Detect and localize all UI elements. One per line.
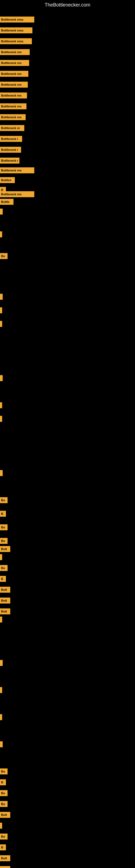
- bar-row: [0, 823, 2, 829]
- bar-label: Bottleneck res: [0, 49, 30, 55]
- bar-label: [0, 402, 2, 408]
- bar-row: [0, 209, 3, 215]
- bar-row: Bottleneck r: [0, 158, 19, 163]
- bar-label: [0, 823, 2, 829]
- bar-label: Bottleneck res: [0, 103, 27, 109]
- bar-label: Bottleneck res: [0, 60, 29, 66]
- bar-label: B: [0, 844, 6, 850]
- bar-label: [0, 687, 2, 693]
- bar-label: [0, 617, 2, 622]
- bar-row: Bottleneck res: [0, 93, 27, 98]
- bar-row: Bott: [0, 597, 10, 603]
- bar-label: [0, 470, 3, 476]
- bar-row: Bo: [0, 769, 8, 774]
- bar-row: [0, 416, 2, 422]
- bar-label: Bott: [0, 546, 10, 552]
- bar-label: Bottleneck resu: [0, 27, 32, 33]
- bar-label: Bottleneck res: [0, 114, 26, 120]
- bar-row: [0, 307, 2, 313]
- bar-label: Bo: [0, 769, 8, 774]
- bar-row: Bottleneck r: [0, 147, 21, 153]
- bar-label: [0, 321, 2, 327]
- bar-row: [0, 687, 2, 693]
- bar-label: Bottleneck r: [0, 136, 22, 142]
- bar-row: Bott: [0, 546, 10, 552]
- bar-label: [0, 375, 3, 381]
- bar-row: [0, 375, 3, 381]
- bar-row: Bo: [0, 497, 8, 503]
- bar-row: Bottleneck res: [0, 71, 28, 77]
- bar-label: Bottleneck res: [0, 71, 28, 77]
- bar-label: Bottlen: [0, 177, 15, 183]
- bar-row: Bottleneck res: [0, 167, 34, 173]
- bar-label: [0, 307, 2, 313]
- bar-row: Bo: [0, 538, 8, 544]
- bar-label: [0, 741, 3, 747]
- bar-row: [0, 714, 2, 720]
- bar-label: [0, 714, 2, 720]
- bar-row: [0, 231, 2, 237]
- bar-label: Bo: [0, 497, 8, 503]
- bar-label: Bottleneck re: [0, 125, 24, 131]
- bar-label: Bottleneck res: [0, 82, 28, 88]
- bar-row: Bottleneck resu: [0, 27, 32, 33]
- bar-label: Bott: [0, 587, 10, 593]
- bar-row: [0, 294, 3, 300]
- bar-row: Bo: [0, 801, 8, 807]
- bar-row: Bottleneck res: [0, 60, 29, 66]
- bar-row: [0, 402, 2, 408]
- bar-row: Bott: [0, 866, 10, 868]
- bar-row: Bo: [0, 834, 8, 839]
- bar-label: Bottleneck r: [0, 158, 19, 163]
- bar-row: Bottleneck res: [0, 82, 28, 88]
- bar-label: B: [0, 779, 6, 785]
- bar-label: Bo: [0, 790, 8, 796]
- bar-label: Bottleneck r: [0, 147, 21, 153]
- bar-label: Bott: [0, 855, 10, 861]
- bar-row: B: [0, 844, 6, 850]
- bar-label: Bott: [0, 597, 10, 603]
- bar-label: B: [0, 511, 6, 517]
- bar-label: Bo: [0, 253, 8, 259]
- bar-row: [0, 660, 3, 666]
- bar-label: Bottleneck res: [0, 93, 27, 98]
- bar-label: Bott: [0, 812, 10, 818]
- bar-label: Bott: [0, 866, 10, 868]
- bar-label: Bo: [0, 524, 8, 530]
- bar-label: Bo: [0, 801, 8, 807]
- bar-row: [0, 470, 3, 476]
- bar-row: Bott: [0, 855, 10, 861]
- bar-label: Bottleneck res: [0, 191, 34, 197]
- bar-row: Bott: [0, 812, 10, 818]
- site-title: TheBottlenecker.com: [0, 0, 135, 9]
- bar-row: Bottleneck resu: [0, 38, 32, 44]
- bar-row: Bottleneck resu: [0, 17, 34, 23]
- bar-row: Bottleneck res: [0, 114, 26, 120]
- bar-row: Bottleneck res: [0, 103, 27, 109]
- bar-row: Bott: [0, 609, 10, 614]
- bar-label: Bott: [0, 609, 10, 614]
- bar-label: Bo: [0, 565, 8, 571]
- bar-row: B: [0, 511, 6, 517]
- bar-row: Bottle: [0, 199, 13, 205]
- bar-row: Bo: [0, 524, 8, 530]
- bar-row: Bo: [0, 253, 8, 259]
- bar-label: Bo: [0, 538, 8, 544]
- bar-label: [0, 660, 3, 666]
- bar-label: [0, 209, 3, 215]
- bar-label: B: [0, 576, 6, 582]
- bar-row: Bottleneck r: [0, 136, 22, 142]
- bar-label: Bottle: [0, 199, 13, 205]
- bar-row: Bottleneck res: [0, 49, 30, 55]
- bar-row: Bottlen: [0, 177, 15, 183]
- bar-row: [0, 617, 2, 622]
- bar-label: Bottleneck resu: [0, 38, 32, 44]
- bar-label: Bottleneck res: [0, 167, 34, 173]
- bar-label: [0, 554, 2, 560]
- bar-label: Bo: [0, 834, 8, 839]
- bar-row: B: [0, 779, 6, 785]
- bar-label: [0, 231, 2, 237]
- bar-label: Bottleneck resu: [0, 17, 34, 23]
- bar-row: B: [0, 576, 6, 582]
- bar-row: Bottleneck res: [0, 191, 34, 197]
